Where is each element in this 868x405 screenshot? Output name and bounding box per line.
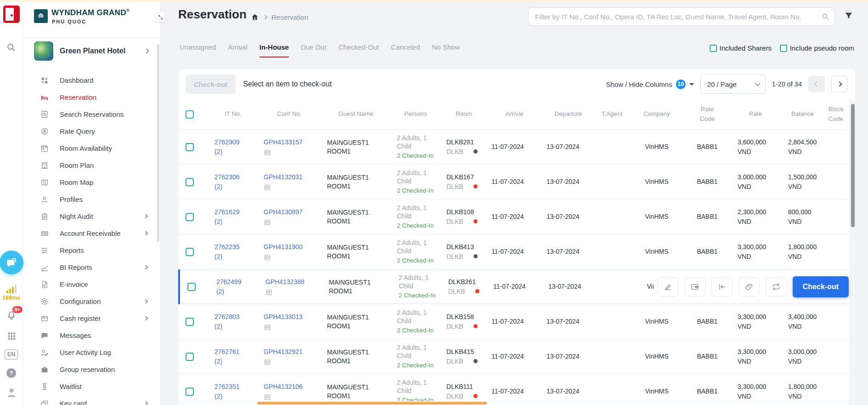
note-icon[interactable] xyxy=(264,254,271,261)
checkout-button-disabled[interactable]: Check-out xyxy=(186,74,236,94)
note-icon[interactable] xyxy=(264,324,271,331)
sidebar-item-room-map[interactable]: Room Map xyxy=(23,174,160,191)
chat-bubble-button[interactable] xyxy=(0,251,23,274)
conf-no-link[interactable]: GPH4132388 xyxy=(265,277,323,286)
show-hide-columns[interactable]: Show / Hide Columns 10 xyxy=(606,80,693,89)
reservation-row[interactable]: 2762499(2)GPH4132388MAINGUEST1 ROOM12 Ad… xyxy=(178,269,855,304)
reservation-row[interactable]: 2761629(2)GPH4130897MAINGUEST1 ROOM12 Ad… xyxy=(178,200,855,234)
transfer-action-button[interactable] xyxy=(766,277,787,297)
sidebar-scrollbar[interactable] xyxy=(157,44,159,242)
horizontal-scrollbar[interactable] xyxy=(178,401,850,405)
sidebar-item-room-availability[interactable]: Room Availability xyxy=(23,140,160,157)
conf-no-link[interactable]: GPH4133157 xyxy=(264,137,321,147)
it-no-link[interactable]: 2762761 xyxy=(214,347,257,356)
note-icon[interactable] xyxy=(264,359,271,366)
tab-canceled[interactable]: Canceled xyxy=(391,43,420,57)
sidebar-item-messages[interactable]: Messages xyxy=(23,327,160,344)
included-sharers-checkbox[interactable] xyxy=(710,45,717,52)
it-no-link[interactable]: 2761629 xyxy=(214,207,257,217)
language-switcher[interactable]: EN xyxy=(5,349,18,359)
sidebar-item-room-plan[interactable]: Room Plan xyxy=(23,157,160,174)
sidebar-item-waitlist[interactable]: Waitlist xyxy=(23,378,160,395)
reservation-row[interactable]: 2762761(2)GPH4132921MAINGUEST1 ROOM12 Ad… xyxy=(178,339,855,374)
tab-checked-out[interactable]: Checked-Out xyxy=(338,43,379,57)
user-avatar[interactable] xyxy=(6,387,17,399)
conf-no-link[interactable]: GPH4130897 xyxy=(264,207,321,217)
check-in-action-button[interactable] xyxy=(711,277,733,297)
vertical-scrollbar[interactable] xyxy=(850,99,855,405)
sidebar-item-reservation[interactable]: Reservation xyxy=(23,89,160,106)
sidebar-item-account-receivable[interactable]: Account Receivable xyxy=(23,225,160,242)
note-icon[interactable] xyxy=(264,149,271,156)
row-checkbox[interactable] xyxy=(186,143,194,151)
tab-in-house[interactable]: In-House xyxy=(259,43,289,57)
note-icon[interactable] xyxy=(264,219,271,226)
row-checkbox[interactable] xyxy=(186,318,194,326)
wallet-action-button[interactable] xyxy=(684,277,705,297)
tab-due-out[interactable]: Due Out xyxy=(301,43,327,57)
previous-page-button[interactable] xyxy=(808,76,825,92)
sidebar-collapse-button[interactable] xyxy=(155,12,165,22)
sidebar-item-reports[interactable]: Reports xyxy=(23,242,160,259)
reservation-row[interactable]: 2762803(2)GPH4133013MAINGUEST1 ROOM12 Ad… xyxy=(178,304,855,339)
filter-search-input[interactable] xyxy=(528,7,835,26)
sidebar-item-key-card[interactable]: Key card xyxy=(23,395,160,405)
search-icon[interactable] xyxy=(821,12,829,21)
vertical-scrollbar-thumb[interactable] xyxy=(851,104,855,227)
reservation-row[interactable]: 2762351(2)GPH4132106MAINGUEST1 ROOM12 Ad… xyxy=(178,374,855,405)
conf-no-link[interactable]: GPH4132031 xyxy=(264,172,321,182)
reservation-row[interactable]: 2762909(2)GPH4133157MAINGUEST1 ROOM12 Ad… xyxy=(178,130,855,165)
it-no-link[interactable]: 2762803 xyxy=(214,312,257,321)
row-checkbox[interactable] xyxy=(186,248,194,256)
next-page-button[interactable] xyxy=(831,76,848,92)
signature-action-button[interactable] xyxy=(657,277,678,297)
reservation-row[interactable]: 2762306(2)GPH4132031MAINGUEST1 ROOM12 Ad… xyxy=(178,165,855,200)
it-no-link[interactable]: 2762351 xyxy=(214,382,257,391)
it-no-link[interactable]: 2762306 xyxy=(214,172,257,182)
it-no-link[interactable]: 2762499 xyxy=(216,277,259,286)
include-pseudo-room-checkbox[interactable] xyxy=(780,45,787,52)
included-sharers-option[interactable]: Included Sharers xyxy=(710,44,772,52)
note-icon[interactable] xyxy=(265,289,273,296)
filter-funnel-icon[interactable] xyxy=(844,11,853,20)
row-checkbox[interactable] xyxy=(186,388,194,396)
tab-unassigned[interactable]: Unassigned xyxy=(180,43,216,57)
sidebar-item-search-reservations[interactable]: Search Reservations xyxy=(23,106,160,123)
conf-no-link[interactable]: GPH4133013 xyxy=(264,312,321,321)
sidebar-item-configuration[interactable]: Configuration xyxy=(23,293,160,310)
tab-no-show[interactable]: No Show xyxy=(432,43,460,57)
hotel-selector[interactable]: Green Planet Hotel xyxy=(23,38,160,64)
horizontal-scrollbar-thumb[interactable] xyxy=(257,402,487,405)
conf-no-link[interactable]: GPH4131900 xyxy=(264,242,321,251)
note-icon[interactable] xyxy=(264,184,271,191)
reservation-row[interactable]: 2762235(2)GPH4131900MAINGUEST1 ROOM12 Ad… xyxy=(178,234,855,269)
sidebar-item-bi-reports[interactable]: BI Reports xyxy=(23,259,160,276)
select-all-checkbox[interactable] xyxy=(186,110,194,119)
tab-arrival[interactable]: Arrival xyxy=(228,43,248,57)
attachment-action-button[interactable] xyxy=(738,277,760,297)
row-checkbox[interactable] xyxy=(186,178,194,186)
sidebar-item-profiles[interactable]: Profiles xyxy=(23,191,160,208)
sidebar-item-cash-register[interactable]: Cash register xyxy=(23,310,160,327)
sidebar-item-user-activity-log[interactable]: User Activity Log xyxy=(23,344,160,361)
apps-grid-icon[interactable] xyxy=(7,331,16,341)
row-checkbox[interactable] xyxy=(186,213,194,221)
home-icon[interactable] xyxy=(251,13,259,21)
conf-no-link[interactable]: GPH4132106 xyxy=(264,382,321,391)
conf-no-link[interactable]: GPH4132921 xyxy=(264,347,321,356)
it-no-link[interactable]: 2762909 xyxy=(214,137,257,147)
sidebar-item-rate-query[interactable]: Rate Query xyxy=(23,123,160,140)
note-icon[interactable] xyxy=(264,394,271,401)
notifications-button[interactable]: 9+ xyxy=(6,310,17,323)
row-checkbox[interactable] xyxy=(186,353,194,361)
sidebar-item-night-audit[interactable]: Night Audit xyxy=(23,208,160,225)
include-pseudo-room-option[interactable]: Include pseudo room xyxy=(780,44,854,52)
sidebar-item-dashboard[interactable]: Dashboard xyxy=(23,72,160,89)
sidebar-item-e-invoice[interactable]: E-invoice xyxy=(23,276,160,293)
it-no-link[interactable]: 2762235 xyxy=(214,242,257,251)
page-size-select[interactable]: 20 / Page xyxy=(700,74,766,94)
global-search-icon[interactable] xyxy=(6,42,16,52)
row-checkbox[interactable] xyxy=(187,283,196,291)
checkout-button[interactable]: Check-out xyxy=(793,276,849,297)
help-button[interactable]: ? xyxy=(6,368,16,378)
